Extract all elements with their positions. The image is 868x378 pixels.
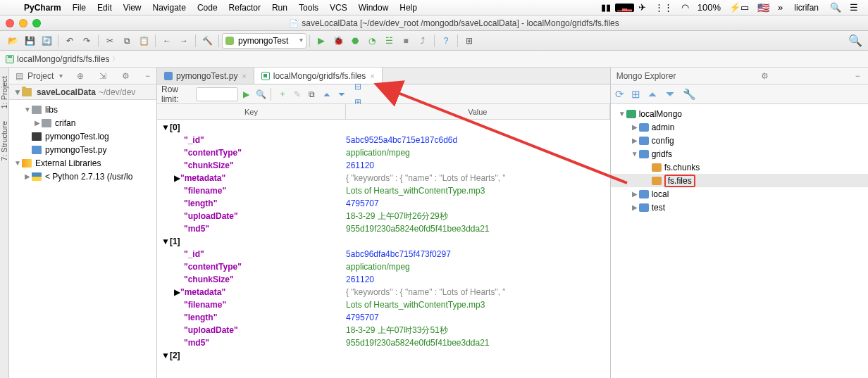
flag-icon[interactable]: 🇺🇸 — [753, 2, 774, 13]
find-icon[interactable]: 🔍 — [254, 87, 268, 102]
record-field[interactable]: "uploadDate"18-3-29 上午07时33分51秒 — [157, 324, 610, 336]
tree-row[interactable]: ▼libs — [9, 103, 156, 116]
breadcrumb-seg[interactable]: localMongo/gridfs/fs.files — [6, 54, 122, 64]
copy2-icon[interactable]: ⧉ — [305, 87, 318, 102]
mongo-tree-row[interactable]: ▶test — [611, 201, 868, 214]
back-icon[interactable]: ← — [159, 33, 175, 49]
record-field[interactable]: "chunkSize"261120 — [157, 273, 610, 286]
record-field[interactable]: ▶"metadata"{ "keywords" : { "name" : "Lo… — [157, 172, 610, 184]
mongo-tree-row[interactable]: ▶local — [611, 187, 868, 201]
mongo-tree-row[interactable]: ▼localMongo — [611, 107, 868, 120]
cut-icon[interactable]: ✂ — [101, 33, 118, 49]
mongo-tree-row[interactable]: fs.files — [611, 174, 868, 187]
tools-icon[interactable]: 🔧 — [683, 88, 696, 101]
menu-view[interactable]: View — [118, 3, 147, 13]
window-maximize-icon[interactable] — [32, 19, 41, 27]
mongo-tree-row[interactable]: ▶admin — [611, 120, 868, 134]
menu-tools[interactable]: Tools — [293, 3, 324, 13]
menu-window[interactable]: Window — [353, 3, 395, 13]
record-header[interactable]: ▼[2] — [157, 349, 610, 362]
hide-icon[interactable]: − — [143, 71, 152, 81]
wifi-icon[interactable]: ⋮⋮ — [650, 2, 677, 13]
record-field[interactable]: "contentType"application/mpeg — [157, 146, 610, 159]
redo-icon[interactable]: ↷ — [78, 33, 95, 49]
row-limit-input[interactable] — [196, 87, 238, 101]
close-icon[interactable]: × — [370, 72, 374, 80]
editor-tab[interactable]: pymongoTest.py× — [157, 68, 254, 84]
view-grid-icon[interactable]: ⊞ — [631, 88, 640, 101]
app-name[interactable]: PyCharm — [18, 3, 67, 13]
menu-file[interactable]: File — [67, 3, 92, 13]
project-root-row[interactable]: ▼ saveLocalData ~/dev/dev — [9, 84, 156, 100]
window-close-icon[interactable] — [6, 19, 14, 27]
menu-code[interactable]: Code — [192, 3, 223, 13]
add-icon[interactable]: ＋ — [275, 87, 289, 102]
tab-project[interactable]: 1: Project — [0, 72, 8, 113]
debug-icon[interactable]: 🐞 — [330, 33, 347, 49]
record-field[interactable]: "_id"5abc96dfa4bc715f473f0297 — [157, 248, 610, 260]
gear-icon[interactable]: ⚙ — [120, 71, 132, 81]
coverage-icon[interactable]: ⬣ — [347, 33, 364, 49]
activity-icon[interactable]: ▁▃▂ — [615, 4, 634, 12]
dropdown-icon[interactable]: ▾ — [59, 72, 63, 80]
gear-icon[interactable]: ⚙ — [759, 71, 771, 81]
record-field[interactable]: ▶"metadata"{ "keywords" : { "name" : "Lo… — [157, 286, 610, 298]
open-icon[interactable]: 📂 — [4, 33, 21, 49]
paste-icon[interactable]: 📋 — [135, 33, 152, 49]
copy-icon[interactable]: ⧉ — [118, 33, 135, 49]
status-icon[interactable]: ▮▮ — [597, 2, 615, 13]
col-value[interactable]: Value — [346, 104, 610, 119]
menu-navigate[interactable]: Navigate — [147, 3, 192, 13]
forward-icon[interactable]: → — [175, 33, 192, 49]
record-field[interactable]: "uploadDate"18-3-29 上午07时26分29秒 — [157, 210, 610, 222]
help-icon[interactable]: ? — [438, 33, 454, 49]
close-icon[interactable]: × — [242, 72, 246, 80]
hide-icon[interactable]: − — [853, 71, 862, 81]
expand-icon[interactable]: ⏶ — [647, 88, 658, 100]
menu-help[interactable]: Help — [394, 3, 423, 13]
menu-vcs[interactable]: VCS — [324, 3, 353, 13]
col-key[interactable]: Key — [157, 104, 346, 119]
refresh-icon[interactable]: ⟳ — [615, 88, 624, 101]
undo-icon[interactable]: ↶ — [61, 33, 78, 49]
concurrency-icon[interactable]: ☱ — [380, 33, 397, 49]
run-icon[interactable]: ▶ — [313, 33, 330, 49]
record-field[interactable]: "md5"955d19f230a5824e0fd5f41bee3dda21 — [157, 222, 610, 235]
collapse-icon[interactable]: ⇲ — [97, 71, 108, 81]
mongo-tree-row[interactable]: ▼gridfs — [611, 147, 868, 160]
run-config-combo[interactable]: pymongoTest — [222, 33, 306, 49]
scroll-from-icon[interactable]: ⊕ — [75, 71, 86, 81]
structure-icon[interactable]: ⊞ — [461, 33, 478, 49]
record-field[interactable]: "filename"Lots of Hearts_withContentType… — [157, 298, 610, 311]
toolbar-search-icon[interactable]: 🔍 — [847, 33, 864, 49]
sync-icon[interactable]: 🔄 — [38, 33, 55, 49]
tab-structure[interactable]: 7: Structure — [0, 117, 8, 165]
editor-tab[interactable]: localMongo/gridfs/fs.files× — [254, 68, 383, 84]
mongo-tree-row[interactable]: fs.chunks — [611, 160, 868, 174]
stop-icon[interactable]: ■ — [397, 33, 414, 49]
record-field[interactable]: "chunkSize"261120 — [157, 159, 610, 172]
menu-extras-icon[interactable]: » — [774, 2, 787, 13]
profile-icon[interactable]: ◔ — [364, 33, 380, 49]
record-field[interactable]: "contentType"application/mpeg — [157, 260, 610, 273]
mongo-tree-row[interactable]: ▶config — [611, 134, 868, 147]
user-label[interactable]: licrifan — [787, 3, 826, 13]
paper-plane-icon[interactable]: ✈ — [634, 2, 650, 13]
external-libraries-row[interactable]: ▼External Libraries — [9, 156, 156, 170]
record-field[interactable]: "filename"Lots of Hearts_withContentType… — [157, 184, 610, 197]
collapse2-icon[interactable]: ⏷ — [335, 87, 349, 102]
record-field[interactable]: "md5"955d19f230a5824e0fd5f41bee3dda21 — [157, 336, 610, 349]
menu-run[interactable]: Run — [266, 3, 293, 13]
save-icon[interactable]: 💾 — [21, 33, 38, 49]
record-header[interactable]: ▼[1] — [157, 235, 610, 248]
tree-row[interactable]: ▶crifan — [9, 116, 156, 130]
record-header[interactable]: ▼[0] — [157, 121, 610, 134]
search-icon[interactable]: 🔍 — [826, 2, 845, 13]
record-field[interactable]: "length"4795707 — [157, 197, 610, 210]
window-minimize-icon[interactable] — [19, 19, 27, 27]
edit-icon[interactable]: ✎ — [290, 87, 304, 102]
menu-edit[interactable]: Edit — [92, 3, 118, 13]
execute-icon[interactable]: ▶ — [240, 87, 253, 102]
record-field[interactable]: "length"4795707 — [157, 311, 610, 324]
attach-icon[interactable]: ⤴ — [414, 33, 431, 49]
